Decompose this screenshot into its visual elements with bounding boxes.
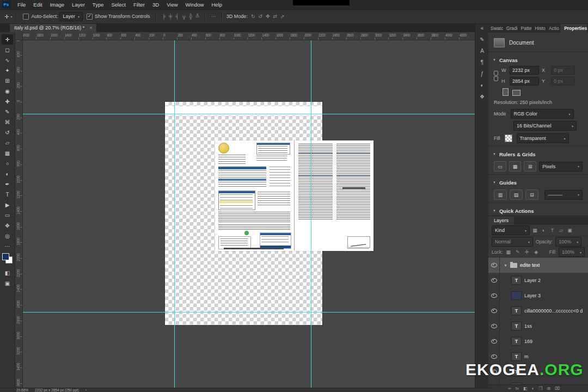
portrait-orientation-button[interactable] xyxy=(503,88,509,96)
glyphs-panel-icon[interactable]: ƒ xyxy=(481,71,484,77)
healing-brush-tool[interactable]: ✚ xyxy=(2,96,13,107)
close-tab-icon[interactable]: × xyxy=(89,25,92,30)
lock-pixels-icon[interactable]: ✎ xyxy=(514,249,521,255)
dodge-tool[interactable]: ◐ xyxy=(2,169,13,179)
move-tool[interactable]: ✛ xyxy=(2,34,13,45)
align-middle-icon[interactable]: ╬ xyxy=(187,14,194,19)
bill-page-back[interactable] xyxy=(295,140,373,251)
blend-mode-select[interactable]: Normal ▾ xyxy=(492,237,533,247)
crop-tool[interactable]: ⊞ xyxy=(2,76,13,86)
menu-item[interactable]: Window xyxy=(182,0,208,9)
eraser-tool[interactable]: ▱ xyxy=(2,138,13,148)
foreground-color-swatch[interactable] xyxy=(2,253,9,260)
opacity-field[interactable]: 100% ▾ xyxy=(555,237,581,247)
lock-position-icon[interactable]: ✛ xyxy=(523,249,530,255)
visibility-toggle[interactable] xyxy=(488,258,500,273)
canvas-fill-select[interactable]: Transparent ▾ xyxy=(517,133,569,143)
visibility-toggle[interactable] xyxy=(488,303,500,318)
marquee-tool[interactable]: ◻ xyxy=(2,45,13,55)
ruler-units-select[interactable]: Pixels ▾ xyxy=(539,162,583,171)
auto-select-checkbox[interactable] xyxy=(23,14,29,20)
menu-item[interactable]: Image xyxy=(46,0,68,9)
edit-toolbar-icon[interactable]: ⋯ xyxy=(2,241,13,252)
layer-row[interactable]: ▼ 169 xyxy=(488,334,588,349)
filter-adjustment-layers-icon[interactable]: ◐ xyxy=(540,228,547,233)
link-layers-icon[interactable]: ∞ xyxy=(508,386,511,391)
guides-section-header[interactable]: ▼ Guides xyxy=(488,177,588,187)
landscape-orientation-button[interactable] xyxy=(512,90,520,96)
more-options-icon[interactable]: ⋯ xyxy=(210,14,218,19)
3d-pan-icon[interactable]: ✥ xyxy=(264,14,272,19)
delete-layer-icon[interactable]: ⌧ xyxy=(555,386,560,391)
horizontal-ruler[interactable]: 2000180016001400120010008006004002000200… xyxy=(22,32,475,40)
menu-item[interactable]: Help xyxy=(207,0,226,9)
panel-tab[interactable]: Actio xyxy=(547,23,560,33)
adjustments-panel-icon[interactable]: ◐ xyxy=(480,82,483,88)
visibility-toggle[interactable] xyxy=(488,334,500,349)
vertical-guide[interactable] xyxy=(311,40,311,388)
fill-field[interactable]: 100% ▾ xyxy=(559,247,585,257)
panel-tab[interactable]: Histo xyxy=(532,23,547,33)
panel-tab[interactable]: Gradi xyxy=(504,23,519,33)
3d-slide-icon[interactable]: ⇄ xyxy=(272,14,279,19)
bill-page-front[interactable] xyxy=(215,140,295,251)
rulers-grids-section-header[interactable]: ▼ Rulers & Grids xyxy=(488,149,588,159)
align-left-icon[interactable]: ╞ xyxy=(161,14,167,19)
layers-tab[interactable]: Layers xyxy=(488,216,514,225)
width-field[interactable]: 2232 px xyxy=(510,66,539,75)
new-group-icon[interactable]: ❐ xyxy=(538,386,542,391)
layer-row[interactable]: ▼ Layer 3 xyxy=(488,288,588,303)
status-options-caret[interactable]: › xyxy=(85,388,87,392)
layer-row[interactable]: ▼ 1ss xyxy=(488,318,588,334)
grid-toggle-icon[interactable]: ▦ xyxy=(509,161,522,171)
history-brush-tool[interactable]: ↺ xyxy=(2,127,13,138)
align-center-horizontal-icon[interactable]: ╪ xyxy=(167,14,174,19)
layer-row[interactable]: ▼ Layer 2 xyxy=(488,273,588,288)
pen-tool[interactable]: ✒ xyxy=(2,179,13,189)
quick-selection-tool[interactable]: ✦ xyxy=(2,65,13,76)
layer-mask-icon[interactable]: ◧ xyxy=(523,386,528,391)
rectangle-tool[interactable]: ▭ xyxy=(2,210,13,220)
auto-select-dropdown[interactable]: Layer ▾ xyxy=(59,12,83,21)
new-guide-layout-icon[interactable]: ▥ xyxy=(494,189,507,200)
type-tool[interactable]: T xyxy=(2,189,13,200)
collapse-panels-icon[interactable]: « xyxy=(481,25,484,31)
path-selection-tool[interactable]: ▶ xyxy=(2,200,13,210)
snap-toggle-icon[interactable]: ⊞ xyxy=(524,161,536,171)
menu-item[interactable]: 3D xyxy=(149,0,163,9)
panel-tab[interactable]: Patte xyxy=(519,23,533,33)
quick-actions-section-header[interactable]: ▼ Quick Actions xyxy=(488,206,588,216)
3d-orbit-icon[interactable]: ↻ xyxy=(249,14,257,19)
menu-item[interactable]: Filter xyxy=(130,0,149,9)
layer-effects-icon[interactable]: fx xyxy=(516,386,519,391)
hand-tool[interactable]: ✥ xyxy=(2,220,13,231)
color-mode-select[interactable]: RGB Color ▾ xyxy=(511,109,574,119)
quick-mask-button[interactable]: ◧ xyxy=(2,268,13,278)
lasso-tool[interactable]: ∿ xyxy=(2,55,13,65)
photoshop-logo-icon[interactable]: Ps xyxy=(2,1,10,8)
ruler-toggle-icon[interactable]: ▭ xyxy=(494,161,506,171)
lock-transparency-icon[interactable]: ▦ xyxy=(505,249,512,255)
foreground-background-swatches[interactable] xyxy=(2,253,13,264)
gradient-tool[interactable]: ▦ xyxy=(2,148,13,158)
menu-item[interactable]: Select xyxy=(107,0,129,9)
layer-filter-kind-select[interactable]: Kind ▾ xyxy=(492,225,530,235)
menu-item[interactable]: Type xyxy=(89,0,108,9)
tool-preset-caret-icon[interactable]: ▾ xyxy=(10,15,12,19)
zoom-tool[interactable]: ◎ xyxy=(2,231,13,241)
filter-smart-objects-icon[interactable]: ▣ xyxy=(566,228,573,233)
menu-item[interactable]: Layer xyxy=(68,0,89,9)
link-dimensions-icon[interactable] xyxy=(494,71,498,81)
brush-tool[interactable]: ✎ xyxy=(2,107,13,117)
clone-stamp-tool[interactable]: ⌘ xyxy=(2,117,13,127)
paragraph-panel-icon[interactable]: ¶ xyxy=(481,59,483,65)
vertical-ruler[interactable]: 8006004002000200400600800100012001400160… xyxy=(15,40,23,388)
menu-item[interactable]: Edit xyxy=(29,0,46,9)
menu-item[interactable]: View xyxy=(163,0,181,9)
blur-tool[interactable]: ○ xyxy=(2,158,13,169)
filter-pixel-layers-icon[interactable]: ▦ xyxy=(531,228,538,233)
3d-roll-icon[interactable]: ↺ xyxy=(256,14,264,19)
panel-tab-properties[interactable]: Properties xyxy=(560,23,588,33)
group-expand-icon[interactable]: ▼ xyxy=(504,264,507,267)
height-field[interactable]: 2854 px xyxy=(510,77,539,85)
